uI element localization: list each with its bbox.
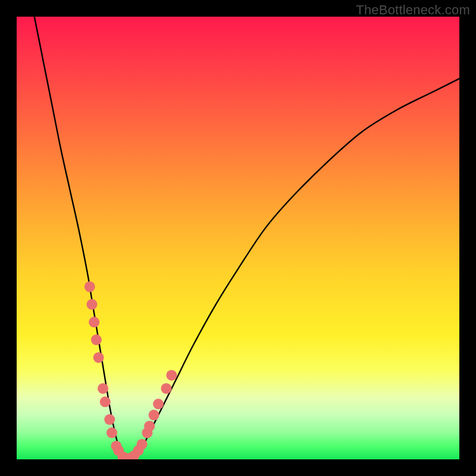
marker-dot bbox=[149, 410, 159, 421]
marker-dot bbox=[100, 396, 111, 407]
chart-svg bbox=[17, 17, 459, 459]
marker-dot bbox=[91, 334, 102, 345]
marker-dot bbox=[153, 399, 164, 409]
marker-group bbox=[84, 281, 177, 459]
bottleneck-curve bbox=[35, 17, 459, 459]
chart-frame: TheBottleneck.com bbox=[0, 0, 476, 476]
marker-dot bbox=[84, 281, 95, 292]
marker-dot bbox=[107, 427, 117, 438]
marker-dot bbox=[98, 383, 108, 394]
watermark-text: TheBottleneck.com bbox=[356, 2, 470, 18]
marker-dot bbox=[93, 352, 104, 363]
marker-dot bbox=[104, 414, 115, 425]
marker-dot bbox=[89, 317, 99, 327]
marker-dot bbox=[166, 370, 177, 381]
marker-dot bbox=[144, 421, 155, 431]
marker-dot bbox=[86, 299, 97, 310]
marker-dot bbox=[161, 383, 171, 394]
chart-plot-area bbox=[17, 17, 459, 459]
marker-dot bbox=[137, 439, 148, 450]
